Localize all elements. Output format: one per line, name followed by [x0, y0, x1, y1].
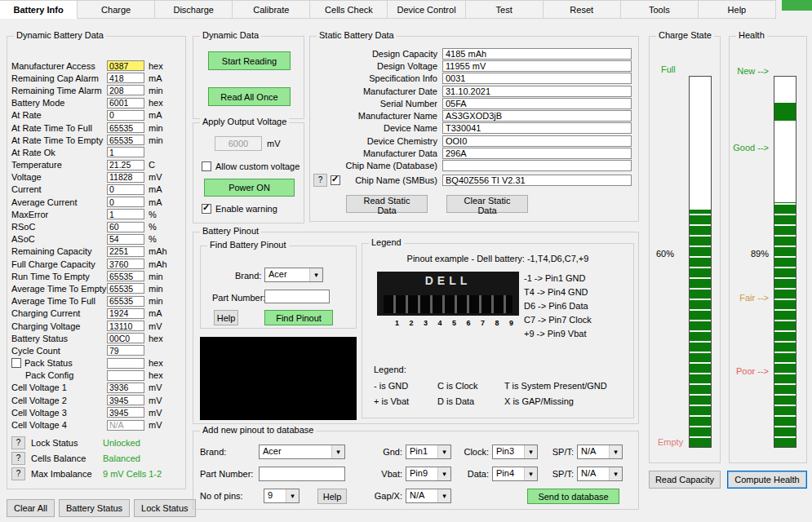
- field-label: Cell Voltage 2: [11, 396, 107, 405]
- action-button[interactable]: Clear All: [7, 499, 55, 517]
- value-field[interactable]: [107, 209, 144, 219]
- power-on-button[interactable]: Power ON: [204, 179, 295, 197]
- question-icon[interactable]: ?: [313, 174, 327, 187]
- allow-custom-voltage-checkbox[interactable]: Allow custom voltage: [202, 161, 300, 171]
- value-field[interactable]: [107, 246, 144, 257]
- read-static-data-button[interactable]: Read Static Data: [346, 195, 428, 213]
- gap-x-select[interactable]: N/A ▾: [406, 489, 451, 503]
- chip-name-smbus-checkbox[interactable]: ✓: [331, 175, 340, 185]
- brand-label: Brand:: [200, 447, 226, 457]
- tab[interactable]: Help: [699, 0, 776, 19]
- value-field[interactable]: [107, 370, 144, 381]
- brand-select[interactable]: Acer ▾: [259, 445, 345, 459]
- value-field[interactable]: [442, 86, 632, 97]
- value-field[interactable]: [107, 135, 144, 145]
- value-field[interactable]: [107, 160, 144, 170]
- help-button[interactable]: Help: [317, 489, 347, 504]
- value-field[interactable]: [107, 98, 144, 108]
- tab[interactable]: Discharge: [155, 0, 233, 19]
- value-field[interactable]: [442, 160, 632, 171]
- field-label: Average Current: [11, 197, 107, 207]
- checkbox-box[interactable]: [202, 161, 211, 171]
- no-of-pins-select[interactable]: 9 ▾: [264, 489, 300, 503]
- value-field[interactable]: [442, 98, 632, 109]
- value-field[interactable]: [107, 321, 144, 331]
- action-button[interactable]: Battery Status: [59, 499, 130, 517]
- find-pinout-button[interactable]: Find Pinout: [264, 310, 333, 325]
- value-field[interactable]: [442, 73, 632, 84]
- value-field[interactable]: [107, 308, 144, 319]
- tab[interactable]: Test: [466, 0, 544, 19]
- gnd-select[interactable]: Pin1 ▾: [406, 445, 451, 459]
- value-field[interactable]: [107, 234, 144, 245]
- part-number-input[interactable]: [259, 467, 345, 481]
- value-field[interactable]: [107, 333, 144, 343]
- read-all-once-button[interactable]: Read All Once: [208, 87, 291, 106]
- unit-label: min: [149, 135, 163, 145]
- tab[interactable]: Calibrate: [233, 0, 310, 19]
- value-field[interactable]: [107, 345, 144, 356]
- value-field[interactable]: [442, 148, 632, 159]
- field-label: Pack Config: [11, 370, 107, 380]
- question-icon[interactable]: ?: [11, 452, 25, 465]
- tab[interactable]: Device Control: [388, 0, 465, 19]
- question-icon[interactable]: ?: [11, 436, 25, 449]
- voltage-input[interactable]: [215, 136, 262, 151]
- unit-label: mV: [149, 396, 162, 405]
- tab[interactable]: Charge: [78, 0, 155, 19]
- value-field[interactable]: [107, 358, 144, 369]
- sp-t-select[interactable]: N/A ▾: [577, 445, 623, 459]
- vbat-select[interactable]: Pin9 ▾: [406, 467, 451, 481]
- tab[interactable]: Battery Info: [0, 0, 78, 19]
- compute-health-button[interactable]: Compute Health: [727, 471, 807, 489]
- value-field[interactable]: [442, 135, 632, 147]
- value-field[interactable]: [107, 296, 144, 307]
- chip-name-smbus-field[interactable]: [442, 175, 632, 186]
- clear-static-data-button[interactable]: Clear Static Data: [446, 195, 528, 213]
- tab[interactable]: Reset: [544, 0, 621, 19]
- field-label: Design Voltage: [312, 61, 442, 71]
- value-field[interactable]: [442, 60, 632, 72]
- read-capacity-button[interactable]: Read Capacity: [649, 471, 721, 489]
- data-row: Pack Status hex: [11, 357, 182, 369]
- value-field[interactable]: [107, 222, 144, 232]
- tab[interactable]: Cells Check: [310, 0, 388, 19]
- value-field[interactable]: [442, 110, 632, 122]
- value-field[interactable]: [107, 259, 144, 269]
- value-field[interactable]: [107, 147, 144, 157]
- field-label: Device Chemistry: [312, 136, 442, 146]
- question-icon[interactable]: ?: [11, 467, 25, 480]
- value-field[interactable]: [442, 122, 632, 134]
- clock-select[interactable]: Pin3 ▾: [492, 445, 538, 459]
- voltage-unit: mV: [267, 139, 281, 148]
- pack-checkbox[interactable]: [11, 358, 21, 368]
- action-button[interactable]: Lock Status: [134, 499, 195, 517]
- charge-level-bar: [689, 76, 712, 448]
- data-select[interactable]: Pin4 ▾: [492, 467, 538, 481]
- value-field[interactable]: [107, 110, 144, 121]
- part-number-input[interactable]: [264, 290, 330, 303]
- tab[interactable]: Tools: [621, 0, 699, 19]
- value-field[interactable]: [107, 122, 144, 133]
- help-button[interactable]: Help: [214, 310, 238, 325]
- value-field[interactable]: [107, 407, 144, 418]
- checkbox-box[interactable]: ✓: [202, 204, 211, 214]
- value-field[interactable]: [107, 60, 144, 71]
- value-field[interactable]: [107, 283, 144, 294]
- value-field[interactable]: [107, 271, 144, 281]
- value-field[interactable]: [107, 184, 144, 195]
- sp-t-select[interactable]: N/A ▾: [577, 467, 623, 481]
- value-field[interactable]: [107, 197, 144, 207]
- value-field[interactable]: [442, 48, 632, 60]
- value-field[interactable]: [107, 73, 144, 83]
- brand-select[interactable]: Acer ▾: [264, 268, 323, 282]
- value-field[interactable]: [107, 172, 144, 183]
- value-field[interactable]: [107, 383, 144, 393]
- value-field[interactable]: [107, 420, 144, 431]
- value-field[interactable]: [107, 85, 144, 95]
- send-to-database-button[interactable]: Send to database: [527, 489, 619, 504]
- enable-warning-checkbox[interactable]: ✓ Enable warning: [202, 204, 277, 214]
- value-field[interactable]: [107, 395, 144, 405]
- start-reading-button[interactable]: Start Reading: [208, 51, 291, 70]
- data-row: Pack Config hex: [11, 369, 182, 382]
